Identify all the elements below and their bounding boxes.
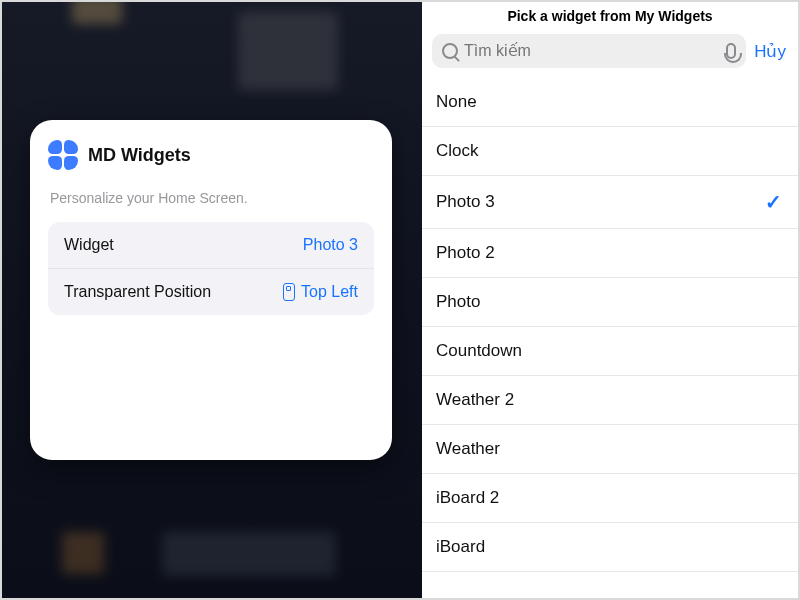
list-item[interactable]: iBoard [422,523,798,572]
app-icon [48,140,78,170]
list-item[interactable]: iBoard 2 [422,474,798,523]
app-root: MD Widgets Personalize your Home Screen.… [0,0,800,600]
settings-group: Widget Photo 3 Transparent Position Top … [48,222,374,315]
left-pane: MD Widgets Personalize your Home Screen.… [2,2,422,598]
app-name: MD Widgets [88,145,191,166]
widget-row[interactable]: Widget Photo 3 [48,222,374,269]
setting-value: Top Left [283,283,358,301]
search-box[interactable] [432,34,746,68]
bg-blur [238,12,338,90]
search-icon [442,43,458,59]
widget-config-card: MD Widgets Personalize your Home Screen.… [30,120,392,460]
setting-value-text: Top Left [301,283,358,301]
search-input[interactable] [464,42,726,60]
list-item[interactable]: Photo [422,278,798,327]
list-item-label: None [436,92,477,112]
transparent-position-row[interactable]: Transparent Position Top Left [48,269,374,315]
list-item[interactable]: Photo 3✓ [422,176,798,229]
list-item-label: iBoard [436,537,485,557]
cancel-button[interactable]: Hủy [752,41,788,62]
bg-blur [72,2,122,24]
list-item-label: Weather 2 [436,390,514,410]
phone-position-icon [283,283,295,301]
setting-value: Photo 3 [303,236,358,254]
list-item-label: Photo 3 [436,192,495,212]
setting-label: Transparent Position [64,283,211,301]
list-item[interactable]: Weather [422,425,798,474]
widget-picker-pane: Pick a widget from My Widgets Hủy NoneCl… [422,2,798,598]
list-item-label: Weather [436,439,500,459]
list-item[interactable]: Clock [422,127,798,176]
card-subtitle: Personalize your Home Screen. [50,190,374,206]
search-row: Hủy [422,34,798,78]
microphone-icon[interactable] [726,43,736,59]
picker-title: Pick a widget from My Widgets [422,2,798,34]
list-item[interactable]: None [422,78,798,127]
card-header: MD Widgets [48,140,374,170]
setting-label: Widget [64,236,114,254]
list-item-label: Photo [436,292,480,312]
list-item[interactable]: Countdown [422,327,798,376]
widget-list[interactable]: NoneClockPhoto 3✓Photo 2PhotoCountdownWe… [422,78,798,598]
list-item-label: Clock [436,141,479,161]
bg-blur [162,532,336,576]
list-item[interactable]: Weather 2 [422,376,798,425]
bg-blur [62,532,104,574]
list-item-label: iBoard 2 [436,488,499,508]
list-item[interactable]: Photo 2 [422,229,798,278]
list-item-label: Photo 2 [436,243,495,263]
list-item-label: Countdown [436,341,522,361]
checkmark-icon: ✓ [765,190,782,214]
